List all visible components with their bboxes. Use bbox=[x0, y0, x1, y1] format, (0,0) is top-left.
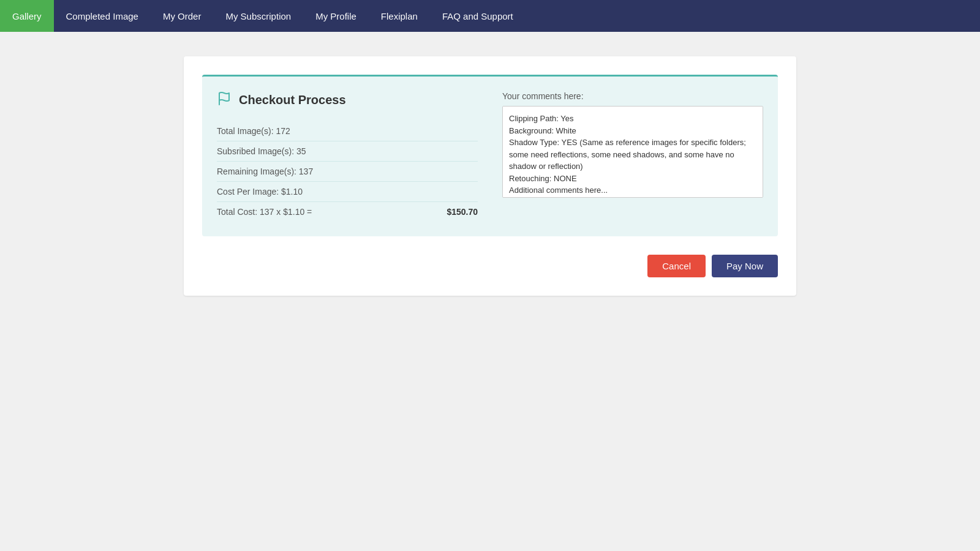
nav-item-my-subscription[interactable]: My Subscription bbox=[213, 0, 303, 32]
total-cost-value: $150.70 bbox=[447, 207, 478, 217]
comments-textarea[interactable] bbox=[502, 106, 763, 198]
checkout-row-total-images: Total Image(s): 172 bbox=[217, 121, 478, 141]
nav-item-my-order[interactable]: My Order bbox=[151, 0, 214, 32]
nav-item-completed-image[interactable]: Completed Image bbox=[54, 0, 151, 32]
total-images-label: Total Image(s): 172 bbox=[217, 126, 478, 136]
checkout-card: Checkout Process Total Image(s): 172 Sub… bbox=[184, 56, 796, 296]
checkout-row-subscribed-images: Subsribed Image(s): 35 bbox=[217, 141, 478, 162]
nav-item-flexiplan[interactable]: Flexiplan bbox=[369, 0, 430, 32]
checkout-title: Checkout Process bbox=[239, 93, 346, 107]
checkout-panel: Checkout Process Total Image(s): 172 Sub… bbox=[202, 75, 778, 236]
main-content: Checkout Process Total Image(s): 172 Sub… bbox=[0, 32, 980, 320]
pay-now-button[interactable]: Pay Now bbox=[712, 255, 778, 277]
checkout-left: Checkout Process Total Image(s): 172 Sub… bbox=[217, 91, 478, 222]
button-row: Cancel Pay Now bbox=[202, 255, 778, 277]
nav-item-faq-support[interactable]: FAQ and Support bbox=[430, 0, 526, 32]
checkout-row-total-cost: Total Cost: 137 x $1.10 = $150.70 bbox=[217, 202, 478, 222]
cancel-button[interactable]: Cancel bbox=[647, 255, 706, 277]
subscribed-images-label: Subsribed Image(s): 35 bbox=[217, 146, 478, 156]
nav-item-gallery[interactable]: Gallery bbox=[0, 0, 54, 32]
comments-label: Your comments here: bbox=[502, 91, 763, 101]
checkout-row-cost-per-image: Cost Per Image: $1.10 bbox=[217, 182, 478, 202]
checkout-header: Checkout Process bbox=[217, 91, 478, 109]
cost-per-image-label: Cost Per Image: $1.10 bbox=[217, 187, 478, 197]
checkout-row-remaining-images: Remaining Image(s): 137 bbox=[217, 162, 478, 182]
nav-item-my-profile[interactable]: My Profile bbox=[303, 0, 369, 32]
navigation: Gallery Completed Image My Order My Subs… bbox=[0, 0, 980, 32]
remaining-images-label: Remaining Image(s): 137 bbox=[217, 167, 478, 176]
flag-icon bbox=[217, 91, 232, 109]
total-cost-label: Total Cost: 137 x $1.10 = bbox=[217, 207, 447, 217]
checkout-right: Your comments here: bbox=[502, 91, 763, 222]
